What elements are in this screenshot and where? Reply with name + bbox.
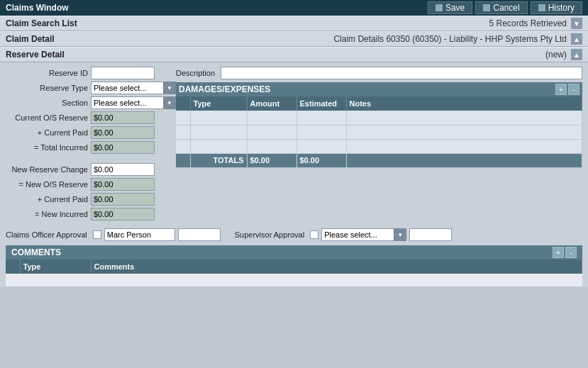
- supervisor-row: Supervisor Approval Please select... ▼: [235, 228, 452, 241]
- current-paid-label: + Current Paid: [6, 128, 91, 137]
- current-paid-row: + Current Paid: [6, 126, 169, 139]
- claims-officer-input[interactable]: [104, 228, 175, 241]
- damages-col-type: Type: [190, 96, 247, 111]
- total-incurred-input[interactable]: [91, 141, 155, 154]
- new-current-paid-label: + Current Paid: [6, 195, 91, 203]
- supervisor-checkbox[interactable]: [310, 230, 318, 239]
- damages-col-checkbox: [176, 96, 190, 111]
- reserve-status: (new): [545, 50, 567, 60]
- damages-col-notes: Notes: [346, 96, 582, 111]
- claim-detail-collapse-btn[interactable]: ▲: [571, 33, 582, 45]
- damages-empty-row-1: [176, 111, 582, 125]
- reserve-id-row: Reserve ID: [6, 67, 169, 79]
- new-incurred-input[interactable]: [91, 208, 155, 221]
- save-icon: [436, 4, 443, 11]
- reserve-id-label: Reserve ID: [6, 69, 91, 77]
- right-form: Description DAMAGES/EXPENSES + -: [176, 67, 582, 223]
- reserve-type-row: Reserve Type Please select... ▼: [6, 82, 169, 94]
- damages-title: DAMAGES/EXPENSES: [179, 84, 270, 94]
- description-row: Description: [176, 67, 582, 79]
- reserve-detail-title: Reserve Detail: [6, 50, 65, 60]
- claims-officer-extra-input[interactable]: [178, 228, 221, 241]
- title-bar: Claims Window Save Cancel History: [0, 0, 588, 16]
- comments-col-comments: Comments: [91, 260, 582, 274]
- reserve-type-select[interactable]: Please select...: [91, 82, 176, 94]
- comments-header: COMMENTS + -: [6, 245, 582, 260]
- form-area: Reserve ID Reserve Type Please select...…: [0, 62, 588, 225]
- supervisor-label: Supervisor Approval: [235, 230, 307, 239]
- damages-empty-row-3: [176, 139, 582, 153]
- claims-officer-label: Claims Officer Approval: [6, 230, 90, 239]
- reserve-id-input[interactable]: [91, 67, 155, 79]
- totals-estimated: $0.00: [296, 153, 346, 167]
- section-select[interactable]: Please select...: [91, 96, 176, 109]
- cancel-icon: [483, 4, 490, 11]
- supervisor-extra-input[interactable]: [409, 228, 452, 241]
- new-os-reserve-label: = New O/S Reserve: [6, 180, 91, 189]
- records-count: 5 Records Retrieved: [489, 18, 567, 28]
- new-current-paid-row: + Current Paid: [6, 193, 169, 206]
- history-icon: [538, 4, 545, 11]
- claim-detail-title: Claim Detail: [6, 34, 55, 44]
- new-os-reserve-row: = New O/S Reserve: [6, 178, 169, 191]
- comments-empty-row: [6, 274, 582, 286]
- claim-detail-info: Claim Details 60350 (60350) - Liability …: [333, 34, 567, 44]
- claim-search-collapse-btn[interactable]: ▼: [571, 18, 582, 29]
- claim-detail-header: Claim Detail Claim Details 60350 (60350)…: [0, 31, 588, 47]
- reserve-detail-header: Reserve Detail (new) ▲: [0, 47, 588, 62]
- claims-officer-row: Claims Officer Approval: [6, 228, 221, 241]
- comments-table: Type Comments: [6, 260, 582, 287]
- total-incurred-row: = Total Incurred: [6, 141, 169, 154]
- comments-remove-btn[interactable]: -: [565, 247, 577, 258]
- save-button[interactable]: Save: [428, 1, 472, 14]
- new-reserve-change-row: New Reserve Change: [6, 163, 169, 176]
- reserve-detail-content: Reserve ID Reserve Type Please select...…: [0, 62, 588, 287]
- current-paid-input[interactable]: [91, 126, 155, 139]
- new-reserve-change-input[interactable]: [91, 163, 155, 176]
- new-reserve-change-label: New Reserve Change: [6, 165, 91, 174]
- current-os-reserve-label: Current O/S Reserve: [6, 113, 91, 122]
- claims-officer-checkbox[interactable]: [93, 230, 101, 239]
- history-button[interactable]: History: [531, 1, 582, 14]
- damages-empty-row-2: [176, 125, 582, 139]
- claim-search-list-title: Claim Search List: [6, 18, 77, 28]
- total-incurred-label: = Total Incurred: [6, 143, 91, 152]
- app-title: Claims Window: [6, 3, 69, 13]
- damages-totals-row: TOTALS $0.00 $0.00: [176, 153, 582, 167]
- new-incurred-row: = New Incurred: [6, 208, 169, 221]
- totals-amount: $0.00: [247, 153, 296, 167]
- reserve-type-label: Reserve Type: [6, 84, 91, 92]
- new-os-reserve-input[interactable]: [91, 178, 155, 191]
- section-label: Section: [6, 99, 91, 107]
- title-bar-buttons: Save Cancel History: [428, 1, 582, 14]
- section-row: Section Please select... ▼: [6, 96, 169, 109]
- section-wrapper: Please select... ▼: [91, 96, 176, 109]
- totals-label: TOTALS: [190, 153, 247, 167]
- description-label: Description: [176, 69, 218, 77]
- comments-buttons: + -: [553, 247, 577, 258]
- damages-buttons: + -: [555, 84, 579, 95]
- current-os-reserve-row: Current O/S Reserve: [6, 111, 169, 124]
- left-form: Reserve ID Reserve Type Please select...…: [6, 67, 169, 223]
- description-input[interactable]: [221, 67, 582, 79]
- damages-remove-btn[interactable]: -: [568, 84, 579, 95]
- comments-title: COMMENTS: [11, 247, 61, 257]
- cancel-button[interactable]: Cancel: [475, 1, 527, 14]
- damages-col-amount: Amount: [247, 96, 296, 111]
- reserve-type-wrapper: Please select... ▼: [91, 82, 176, 94]
- approval-section: Claims Officer Approval Supervisor Appro…: [0, 225, 588, 244]
- supervisor-select-wrapper: Please select... ▼: [321, 228, 406, 241]
- damages-add-btn[interactable]: +: [555, 84, 567, 95]
- claim-search-list-header: Claim Search List 5 Records Retrieved ▼: [0, 16, 588, 31]
- damages-col-estimated: Estimated: [296, 96, 346, 111]
- reserve-detail-collapse-btn[interactable]: ▲: [571, 49, 582, 60]
- damages-table: Type Amount Estimated Notes: [176, 96, 582, 168]
- comments-col-checkbox: [6, 260, 20, 274]
- current-os-reserve-input[interactable]: [91, 111, 155, 124]
- new-incurred-label: = New Incurred: [6, 210, 91, 218]
- supervisor-select[interactable]: Please select...: [321, 228, 406, 241]
- comments-col-type: Type: [20, 260, 91, 274]
- new-current-paid-input[interactable]: [91, 193, 155, 206]
- comments-add-btn[interactable]: +: [553, 247, 564, 258]
- damages-header: DAMAGES/EXPENSES + -: [176, 82, 582, 96]
